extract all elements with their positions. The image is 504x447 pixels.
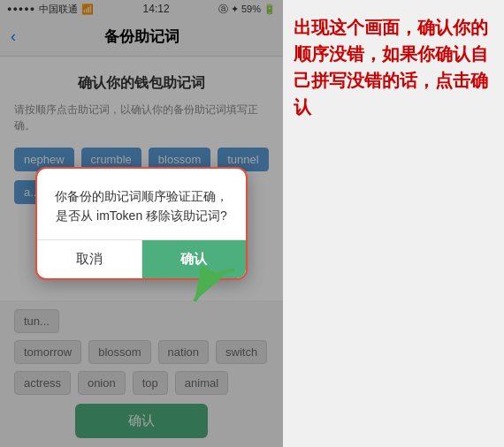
green-arrow-annotation	[177, 266, 239, 310]
cancel-button[interactable]: 取消	[37, 240, 142, 278]
phone-screen: ●●●●● 中国联通 📶 14:12 ⓐ ✦ 59% 🔋 ‹ 备份助记词 确认你…	[0, 0, 283, 447]
annotation-panel: 出现这个画面，确认你的顺序没错，如果你确认自己拼写没错的话，点击确认	[283, 0, 504, 447]
dialog-body: 你备份的助记词顺序验证正确，是否从 imToken 移除该助记词?	[37, 169, 246, 240]
confirmation-dialog: 你备份的助记词顺序验证正确，是否从 imToken 移除该助记词? 取消 确认	[35, 167, 248, 281]
annotation-text: 出现这个画面，确认你的顺序没错，如果你确认自己拼写没错的话，点击确认	[294, 14, 493, 120]
dialog-message: 你备份的助记词顺序验证正确，是否从 imToken 移除该助记词?	[53, 186, 230, 226]
dialog-overlay: 你备份的助记词顺序验证正确，是否从 imToken 移除该助记词? 取消 确认	[0, 0, 283, 447]
